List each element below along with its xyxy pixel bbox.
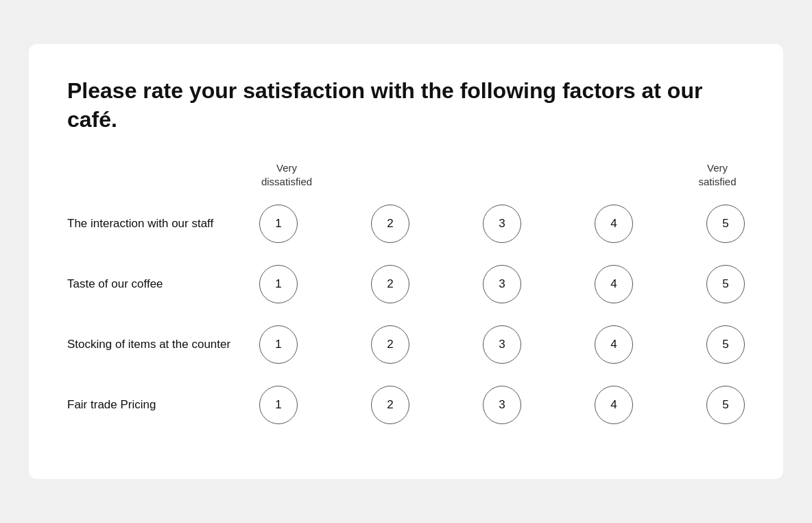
rating-circle-coffee-taste-4[interactable]: 4 bbox=[595, 265, 633, 303]
header-row: Very dissatisfied Very satisfied bbox=[67, 161, 745, 188]
row-label-staff-interaction: The interaction with our staff bbox=[67, 216, 259, 232]
rating-circle-coffee-taste-5[interactable]: 5 bbox=[706, 265, 745, 303]
header-very-dissatisfied: Very dissatisfied bbox=[259, 161, 314, 188]
survey-rows: The interaction with our staff12345Taste… bbox=[67, 205, 745, 424]
rating-circle-staff-interaction-4[interactable]: 4 bbox=[595, 205, 633, 243]
rating-circle-stocking-items-1[interactable]: 1 bbox=[259, 325, 298, 364]
header-rating-cols: Very dissatisfied Very satisfied bbox=[259, 161, 745, 188]
survey-table: Very dissatisfied Very satisfied The int… bbox=[67, 161, 745, 424]
survey-row-coffee-taste: Taste of our coffee12345 bbox=[67, 265, 745, 303]
rating-circle-fair-trade-2[interactable]: 2 bbox=[371, 386, 409, 424]
rating-circle-staff-interaction-1[interactable]: 1 bbox=[259, 205, 298, 243]
rating-circle-staff-interaction-5[interactable]: 5 bbox=[706, 205, 745, 243]
rating-circle-stocking-items-2[interactable]: 2 bbox=[371, 325, 409, 364]
row-label-stocking-items: Stocking of items at the counter bbox=[67, 336, 259, 353]
rating-circle-coffee-taste-1[interactable]: 1 bbox=[259, 265, 298, 303]
row-label-coffee-taste: Taste of our coffee bbox=[67, 276, 259, 292]
survey-card: Please rate your satisfaction with the f… bbox=[29, 44, 783, 479]
rating-circle-fair-trade-1[interactable]: 1 bbox=[259, 386, 298, 424]
row-label-fair-trade: Fair trade Pricing bbox=[67, 397, 259, 413]
rating-circle-coffee-taste-2[interactable]: 2 bbox=[371, 265, 409, 303]
rating-circle-staff-interaction-2[interactable]: 2 bbox=[371, 205, 409, 243]
page-title: Please rate your satisfaction with the f… bbox=[67, 77, 745, 134]
rating-options-coffee-taste: 12345 bbox=[259, 265, 745, 303]
rating-circle-staff-interaction-3[interactable]: 3 bbox=[483, 205, 521, 243]
rating-options-fair-trade: 12345 bbox=[259, 386, 745, 424]
rating-circle-stocking-items-3[interactable]: 3 bbox=[483, 325, 521, 364]
header-very-satisfied: Very satisfied bbox=[690, 161, 745, 188]
survey-row-stocking-items: Stocking of items at the counter12345 bbox=[67, 325, 745, 364]
rating-circle-fair-trade-5[interactable]: 5 bbox=[706, 386, 745, 424]
rating-circle-stocking-items-5[interactable]: 5 bbox=[706, 325, 745, 364]
rating-options-stocking-items: 12345 bbox=[259, 325, 745, 364]
rating-circle-fair-trade-4[interactable]: 4 bbox=[595, 386, 633, 424]
rating-circle-fair-trade-3[interactable]: 3 bbox=[483, 386, 521, 424]
survey-row-staff-interaction: The interaction with our staff12345 bbox=[67, 205, 745, 243]
rating-circle-stocking-items-4[interactable]: 4 bbox=[595, 325, 633, 364]
rating-options-staff-interaction: 12345 bbox=[259, 205, 745, 243]
rating-circle-coffee-taste-3[interactable]: 3 bbox=[483, 265, 521, 303]
survey-row-fair-trade: Fair trade Pricing12345 bbox=[67, 386, 745, 424]
